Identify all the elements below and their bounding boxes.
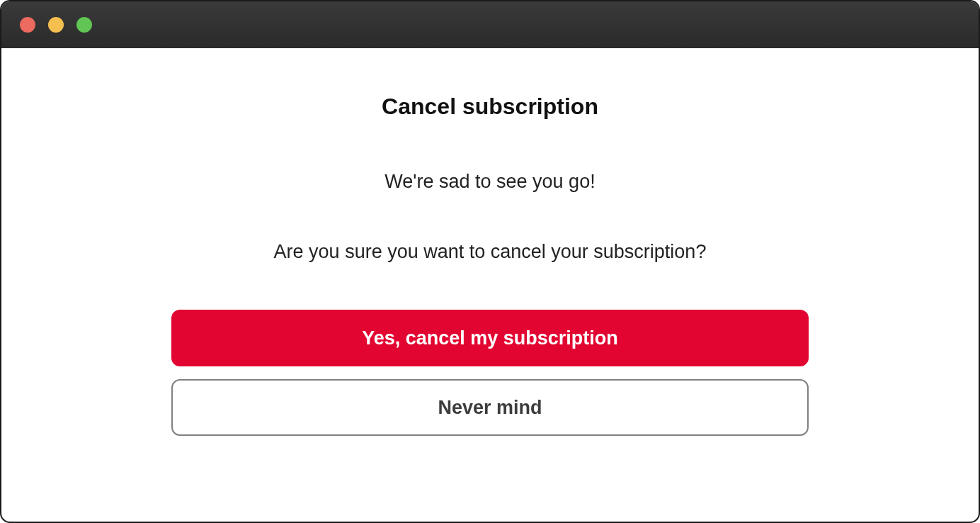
window-maximize-button[interactable]	[76, 17, 92, 33]
confirm-cancel-button[interactable]: Yes, cancel my subscription	[171, 310, 809, 366]
dialog-title: Cancel subscription	[382, 94, 598, 120]
dialog-button-group: Yes, cancel my subscription Never mind	[171, 310, 809, 436]
never-mind-button[interactable]: Never mind	[171, 379, 809, 436]
window-minimize-button[interactable]	[48, 17, 64, 33]
dialog-message-line-2: Are you sure you want to cancel your sub…	[274, 241, 707, 263]
app-window: Cancel subscription We're sad to see you…	[0, 0, 980, 523]
window-close-button[interactable]	[20, 17, 35, 33]
window-titlebar	[1, 1, 979, 48]
dialog-message-line-1: We're sad to see you go!	[384, 171, 595, 193]
dialog-content: Cancel subscription We're sad to see you…	[1, 48, 979, 522]
